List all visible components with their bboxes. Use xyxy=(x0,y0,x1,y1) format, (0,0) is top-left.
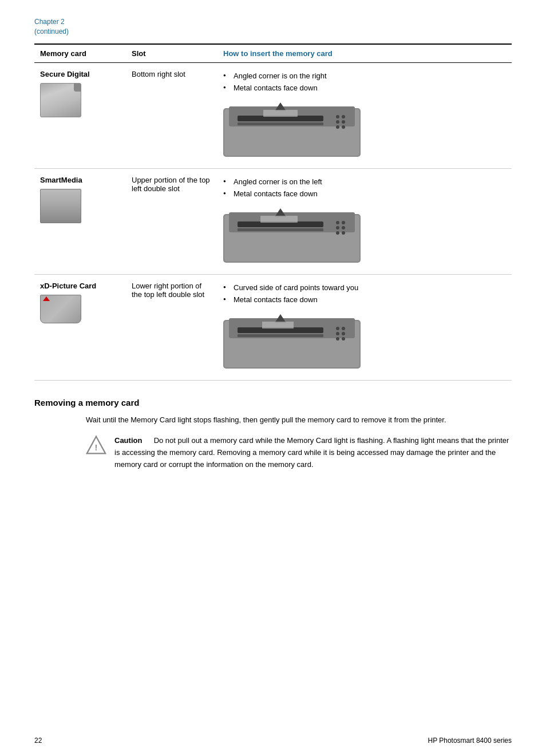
card-name-sd: Secure Digital xyxy=(34,62,126,168)
page-number: 22 xyxy=(34,737,42,745)
svg-rect-12 xyxy=(263,110,298,117)
svg-point-21 xyxy=(342,226,345,229)
sd-card-image xyxy=(40,83,81,117)
table-row: Secure Digital Bottom right slot Angled … xyxy=(34,62,512,168)
table-row: SmartMedia Upper portion of the top left… xyxy=(34,168,512,274)
xd-triangle-mark xyxy=(43,296,50,301)
slot-xd: Lower right portion of the top left doub… xyxy=(126,274,217,380)
instruction-item: Angled corner is on the left xyxy=(223,176,506,188)
svg-rect-17 xyxy=(238,228,323,231)
svg-point-7 xyxy=(336,120,339,124)
svg-point-20 xyxy=(336,226,339,229)
svg-rect-4 xyxy=(238,122,323,125)
col-header-card: Memory card xyxy=(34,44,126,63)
removing-section: Removing a memory card Wait until the Me… xyxy=(34,398,512,471)
col-header-instructions: How to insert the memory card xyxy=(217,44,512,63)
card-name-xd: xD-Picture Card xyxy=(34,274,126,380)
caution-triangle-icon: ! xyxy=(86,435,106,456)
xd-card-image xyxy=(40,295,81,323)
sm-card-image xyxy=(40,189,81,223)
svg-point-6 xyxy=(342,115,345,118)
caution-body xyxy=(144,436,152,445)
svg-rect-38 xyxy=(262,322,294,328)
caution-label: Caution xyxy=(114,436,142,445)
instructions-sm: Angled corner is on the left Metal conta… xyxy=(217,168,512,274)
removing-body: Wait until the Memory Card light stops f… xyxy=(86,414,512,426)
memory-card-table: Memory card Slot How to insert the memor… xyxy=(34,43,512,381)
caution-content: Do not pull out a memory card while the … xyxy=(114,436,509,469)
caution-box: ! Caution Do not pull out a memory card … xyxy=(86,435,512,470)
product-name: HP Photosmart 8400 series xyxy=(428,737,512,745)
page-footer: 22 HP Photosmart 8400 series xyxy=(34,737,512,745)
svg-point-36 xyxy=(342,337,345,341)
caution-text: Caution Do not pull out a memory card wh… xyxy=(114,435,512,470)
chapter-title: Chapter 2 xyxy=(34,17,512,27)
slot-sd: Bottom right slot xyxy=(126,62,217,168)
svg-rect-30 xyxy=(238,334,323,337)
instruction-item: Angled corner is on the right xyxy=(223,70,506,82)
sm-slot-diagram xyxy=(223,205,372,266)
svg-rect-25 xyxy=(260,216,298,223)
col-header-slot: Slot xyxy=(126,44,217,63)
svg-point-32 xyxy=(342,327,345,330)
chapter-header: Chapter 2 (continued) xyxy=(34,17,512,37)
removing-title: Removing a memory card xyxy=(34,398,512,407)
svg-point-5 xyxy=(336,115,339,118)
instructions-xd: Curved side of card points toward you Me… xyxy=(217,274,512,380)
svg-point-33 xyxy=(336,332,339,335)
svg-point-9 xyxy=(336,125,339,129)
svg-point-31 xyxy=(336,327,339,330)
svg-point-35 xyxy=(336,337,339,341)
svg-point-19 xyxy=(342,221,345,224)
instructions-sd: Angled corner is on the right Metal cont… xyxy=(217,62,512,168)
slot-sm: Upper portion of the top left double slo… xyxy=(126,168,217,274)
svg-point-18 xyxy=(336,221,339,224)
svg-point-34 xyxy=(342,332,345,335)
xd-slot-diagram xyxy=(223,311,372,371)
instruction-item: Metal contacts face down xyxy=(223,294,506,306)
svg-point-10 xyxy=(342,125,345,129)
table-row: xD-Picture Card Lower right portion of t… xyxy=(34,274,512,380)
instruction-item: Metal contacts face down xyxy=(223,82,506,94)
svg-point-8 xyxy=(342,120,345,124)
instruction-item: Metal contacts face down xyxy=(223,188,506,200)
svg-point-22 xyxy=(336,231,339,235)
svg-point-23 xyxy=(342,231,345,235)
svg-text:!: ! xyxy=(95,443,98,452)
sd-slot-diagram xyxy=(223,100,372,160)
card-name-sm: SmartMedia xyxy=(34,168,126,274)
instruction-item: Curved side of card points toward you xyxy=(223,282,506,294)
chapter-subtitle: (continued) xyxy=(34,27,512,37)
